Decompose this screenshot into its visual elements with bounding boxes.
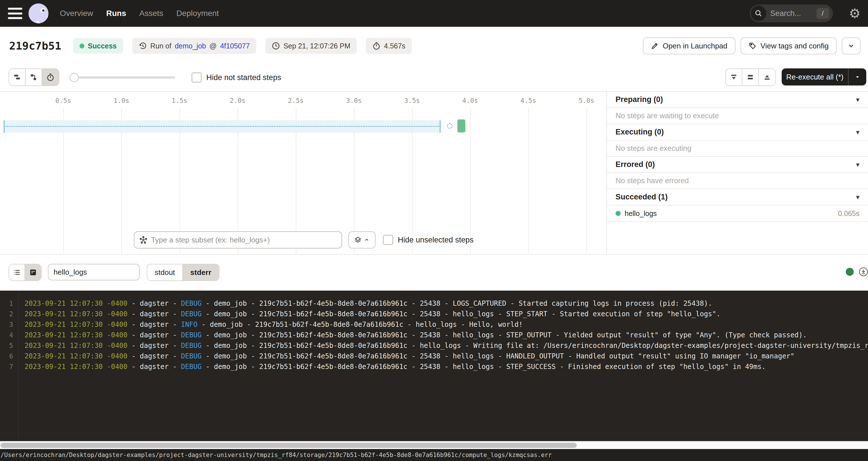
open-in-launchpad-button[interactable]: Open in Launchpad <box>643 37 736 54</box>
graph-query-toggle-button[interactable] <box>348 232 376 248</box>
gantt-chart-pane[interactable]: 0.5s 1.0s 1.5s 2.0s 2.5s 3.0s 3.5s 4.0s … <box>0 91 607 253</box>
succeeded-step-row[interactable]: hello_logs 0.065s <box>607 206 868 222</box>
status-dot <box>80 43 84 49</box>
dagster-logo[interactable] <box>29 3 49 23</box>
section-empty-executing: No steps are executing <box>607 141 868 157</box>
download-logs-button[interactable] <box>858 267 868 277</box>
axis-tick: 1.0s <box>114 97 129 104</box>
reexecute-all-button[interactable]: Re-execute all (*) <box>782 73 848 82</box>
view-mode-flat-button[interactable] <box>9 69 26 86</box>
structured-log-view-button[interactable] <box>9 265 25 280</box>
search-box[interactable]: / <box>750 5 833 22</box>
log-level: DEBUG <box>181 300 202 307</box>
log-message: - demo_job - 219c7b51-b62f-4e5b-8de8-0e7… <box>202 310 720 318</box>
split-panels-button[interactable] <box>742 69 759 86</box>
timed-view-icon <box>46 73 55 82</box>
collapse-triangle-icon[interactable]: ▾ <box>856 193 860 201</box>
line-number: 5 <box>0 342 13 349</box>
flat-view-icon <box>13 73 21 82</box>
run-header: 219c7b51 Success Run of demo_job @ 4f105… <box>0 27 868 65</box>
chevron-down-icon <box>854 73 861 80</box>
snapshot-link[interactable]: 4f105077 <box>220 42 250 50</box>
section-header-errored[interactable]: Errored (0) ▾ <box>607 157 868 173</box>
run-of-prefix: Run of <box>151 42 172 50</box>
line-number: 1 <box>0 300 13 307</box>
log-toolbar: stdout stderr <box>0 254 868 290</box>
panel-split-icon <box>746 73 754 82</box>
line-number: 7 <box>0 363 13 370</box>
log-level: DEBUG <box>181 310 202 318</box>
collapse-down-button[interactable] <box>726 69 742 86</box>
view-tags-config-button[interactable]: View tags and config <box>741 37 837 54</box>
tag-icon <box>749 42 756 50</box>
view-tags-config-label: View tags and config <box>761 41 829 51</box>
log-timestamp: 2023-09-21 12:07:30 -0400 <box>25 331 127 339</box>
hide-not-started-checkbox[interactable] <box>191 72 202 83</box>
zoom-slider-track[interactable] <box>71 76 175 79</box>
nav-item-overview[interactable]: Overview <box>60 9 93 18</box>
collapse-up-button[interactable] <box>759 69 775 86</box>
collapse-triangle-icon[interactable]: ▾ <box>856 96 860 104</box>
horizontal-scrollbar[interactable] <box>0 441 868 449</box>
step-marker-circle[interactable] <box>447 123 453 129</box>
gridline <box>586 108 587 253</box>
view-mode-waterfall-button[interactable] <box>26 69 42 86</box>
collapse-triangle-icon[interactable]: ▾ <box>856 161 860 169</box>
hide-unselected-label: Hide unselected steps <box>398 236 474 244</box>
zoom-slider-knob[interactable] <box>69 73 79 82</box>
top-nav: Overview Runs Assets Deployment / ⚙ <box>0 0 868 27</box>
hamburger-menu-icon[interactable] <box>8 8 22 19</box>
console-view-icon <box>29 268 37 277</box>
hide-unselected-checkbox[interactable] <box>383 235 393 245</box>
search-input[interactable] <box>770 9 813 18</box>
section-header-executing[interactable]: Executing (0) ▾ <box>607 124 868 141</box>
line-number: 6 <box>0 352 13 360</box>
header-more-actions-button[interactable] <box>842 37 861 54</box>
logo-pupil <box>42 9 44 12</box>
tab-stderr[interactable]: stderr <box>183 265 219 280</box>
op-selector-icon <box>139 236 148 244</box>
log-source: - dagster - <box>127 352 181 360</box>
step-status-sidebar: Preparing (0) ▾ No steps are waiting to … <box>607 91 868 253</box>
section-header-preparing[interactable]: Preparing (0) ▾ <box>607 92 868 108</box>
tab-stdout[interactable]: stdout <box>147 265 183 280</box>
log-view-mode-group <box>8 264 41 281</box>
step-bar-hello-logs[interactable] <box>457 119 465 132</box>
header-buttons: Open in Launchpad View tags and config <box>643 37 861 54</box>
nav-items: Overview Runs Assets Deployment <box>60 9 219 18</box>
gantt-view-mode-group <box>8 68 59 86</box>
nav-item-assets[interactable]: Assets <box>140 9 163 18</box>
log-stream-tabs: stdout stderr <box>147 264 219 281</box>
log-output-panel[interactable]: 1 2023-09-21 12:07:30 -0400 - dagster - … <box>0 290 868 441</box>
stopwatch-icon <box>372 41 381 50</box>
step-subset-input[interactable] <box>151 236 341 244</box>
nav-item-runs[interactable]: Runs <box>106 9 126 18</box>
chevron-up-icon <box>364 237 370 243</box>
scrollbar-thumb[interactable] <box>1 443 577 448</box>
section-title: Preparing (0) <box>616 95 663 104</box>
waterfall-view-icon <box>29 73 38 82</box>
log-timestamp: 2023-09-21 12:07:30 -0400 <box>25 363 127 371</box>
log-source: - dagster - <box>127 342 181 349</box>
section-title: Errored (0) <box>616 160 655 169</box>
nav-item-deployment[interactable]: Deployment <box>176 9 219 18</box>
log-step-filter-input[interactable] <box>48 264 140 280</box>
section-header-succeeded[interactable]: Succeeded (1) ▾ <box>607 189 868 206</box>
collapse-triangle-icon[interactable]: ▾ <box>856 128 860 136</box>
log-source: - dagster - <box>127 331 181 339</box>
log-timestamp: 2023-09-21 12:07:30 -0400 <box>25 310 127 318</box>
gear-icon[interactable]: ⚙ <box>849 7 861 20</box>
reexecute-dropdown-button[interactable] <box>848 73 866 80</box>
line-number: 4 <box>0 331 13 339</box>
log-message: - demo_job - 219c7b51-b62f-4e5b-8de8-0e7… <box>197 320 523 329</box>
log-level: DEBUG <box>181 352 202 360</box>
log-source: - dagster - <box>127 310 181 318</box>
view-mode-timed-button[interactable] <box>42 69 59 86</box>
job-name-link[interactable]: demo_job <box>175 42 206 50</box>
axis-tick: 2.5s <box>288 97 304 104</box>
raw-log-view-button[interactable] <box>25 265 41 280</box>
log-level: INFO <box>181 320 197 329</box>
gridline <box>528 108 529 253</box>
step-name: hello_logs <box>625 209 657 218</box>
status-label: Success <box>88 42 117 50</box>
